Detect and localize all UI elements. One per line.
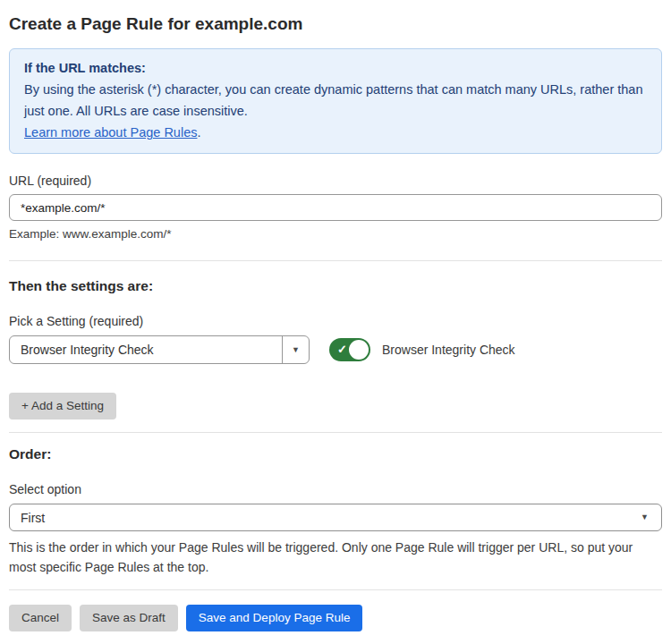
url-input[interactable] — [9, 194, 662, 221]
save-and-deploy-button[interactable]: Save and Deploy Page Rule — [186, 605, 363, 631]
page-title: Create a Page Rule for example.com — [9, 13, 662, 36]
setting-picker-label: Pick a Setting (required) — [9, 314, 662, 328]
setting-dropdown[interactable]: Browser Integrity Check ▼ — [9, 335, 310, 364]
footer-actions: Cancel Save as Draft Save and Deploy Pag… — [9, 605, 662, 631]
link-period: . — [197, 125, 200, 140]
section-divider — [9, 432, 662, 433]
info-box-heading: If the URL matches: — [24, 57, 647, 79]
toggle-label: Browser Integrity Check — [382, 343, 515, 357]
url-match-info-box: If the URL matches: By using the asteris… — [9, 48, 662, 154]
browser-integrity-check-toggle[interactable]: ✓ — [329, 338, 370, 361]
order-select[interactable]: First ▼ — [9, 504, 662, 531]
order-select-value: First — [10, 511, 641, 525]
page-rule-form: Create a Page Rule for example.com If th… — [0, 0, 671, 631]
order-section-heading: Order: — [9, 446, 662, 462]
caret-down-icon: ▼ — [641, 513, 649, 521]
settings-section-heading: Then the settings are: — [9, 278, 662, 294]
learn-more-link[interactable]: Learn more about Page Rules — [24, 125, 197, 140]
caret-down-icon: ▼ — [292, 346, 300, 354]
url-field-helper: Example: www.example.com/* — [9, 227, 662, 241]
add-setting-button[interactable]: + Add a Setting — [9, 393, 116, 419]
setting-dropdown-arrow-button[interactable]: ▼ — [282, 336, 309, 363]
setting-row: Browser Integrity Check ▼ ✓ Browser Inte… — [9, 335, 662, 364]
section-divider — [9, 589, 662, 590]
check-icon: ✓ — [337, 343, 347, 355]
order-select-label: Select option — [9, 482, 662, 496]
section-divider — [9, 260, 662, 261]
save-as-draft-button[interactable]: Save as Draft — [80, 605, 178, 631]
cancel-button[interactable]: Cancel — [9, 605, 72, 631]
info-box-link-line: Learn more about Page Rules. — [24, 122, 647, 143]
setting-dropdown-value: Browser Integrity Check — [10, 336, 282, 363]
info-box-body: By using the asterisk (*) character, you… — [24, 79, 647, 122]
order-helper-text: This is the order in which your Page Rul… — [9, 538, 662, 577]
url-field-label: URL (required) — [9, 174, 662, 188]
toggle-knob — [349, 340, 369, 360]
